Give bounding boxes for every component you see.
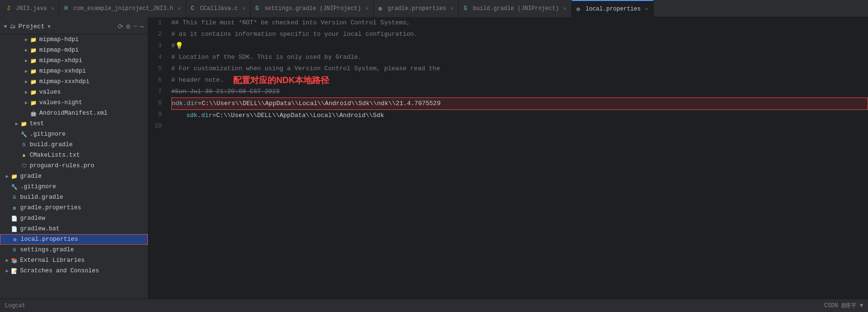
sidebar-item-mipmap-xxhdpi[interactable]: ▶ 📁 mipmap-xxhdpi xyxy=(0,66,148,76)
logcat-label[interactable]: Logcat xyxy=(5,302,25,309)
status-right-text: CSDN @路宇 ▼ xyxy=(824,302,863,309)
sidebar-item-mipmap-xhdpi[interactable]: ▶ 📁 mipmap-xhdpi xyxy=(0,55,148,66)
sidebar-item-values[interactable]: ▶ 📁 values xyxy=(0,87,148,97)
bottom-panel-right: CSDN @路宇 ▼ xyxy=(824,301,863,310)
sidebar-item-androidmanifest[interactable]: 🤖 AndroidManifest.xml xyxy=(0,108,148,118)
sidebar-item-proguard[interactable]: 🛡 proguard-rules.pro xyxy=(0,161,148,171)
gitignore-icon: 🔧 xyxy=(20,130,28,138)
code-text: #Sun Jul 30 21:20:08 CST 2023 xyxy=(171,86,279,97)
sidebar-item-label: mipmap-xxhdpi xyxy=(39,68,86,75)
sidebar-item-gitignore-root[interactable]: 🔧 .gitignore xyxy=(0,182,148,192)
expand-arrow: ▶ xyxy=(23,79,30,85)
sidebar-item-label: .gitignore xyxy=(30,131,66,138)
sidebar-item-label: gradle.properties xyxy=(20,204,81,211)
sidebar-item-label: test xyxy=(30,120,44,127)
gradle-file-icon: G xyxy=(20,141,28,149)
sidebar-item-external-libraries[interactable]: ▶ 📚 External Libraries xyxy=(0,255,148,266)
close-tab-jni3-h[interactable]: ✕ xyxy=(178,5,181,11)
settings-icon[interactable]: ⚙ xyxy=(126,22,130,31)
sidebar-item-mipmap-mdpi[interactable]: ▶ 📁 mipmap-mdpi xyxy=(0,45,148,55)
expand-arrow: ▶ xyxy=(4,173,11,179)
tab-settings-gradle[interactable]: G settings.gradle (JNIProject) ✕ xyxy=(251,0,374,17)
folder-icon: 📁 xyxy=(30,36,37,43)
sidebar-item-cmakelists[interactable]: ▲ CMakeLists.txt xyxy=(0,150,148,161)
close-tab-settings-gradle[interactable]: ✕ xyxy=(365,5,368,11)
code-text: ## This file must *NOT* be checked into … xyxy=(171,17,410,29)
close-tab-jni3-java[interactable]: ✕ xyxy=(51,5,55,11)
local-props-icon: ⚙ xyxy=(577,6,583,12)
code-lines[interactable]: ## This file must *NOT* be checked into … xyxy=(167,17,868,299)
tab-label: settings.gradle (JNIProject) xyxy=(265,5,361,12)
code-key: sdk.dir xyxy=(171,110,212,121)
expand-arrow: ▶ xyxy=(23,89,30,95)
more-icon[interactable]: ⋯ xyxy=(140,22,144,31)
c-file-icon: C xyxy=(191,5,198,12)
sidebar-item-gradlew[interactable]: 📄 gradlew xyxy=(0,213,148,224)
folder-icon: 📁 xyxy=(30,88,37,96)
expand-arrow: ▶ xyxy=(23,37,30,43)
folder-icon: 📁 xyxy=(20,120,28,128)
tab-bar: J JNI3.java ✕ H com_example_jniproject_J… xyxy=(0,0,868,17)
sidebar-item-label: CMakeLists.txt xyxy=(30,152,80,159)
tab-build-gradle[interactable]: G build.gradle (JNIProject) ✕ xyxy=(459,0,572,17)
code-text: # For customization when using a Version… xyxy=(171,63,440,75)
java-file-icon: J xyxy=(7,5,13,12)
project-expand-icon[interactable]: ▼ xyxy=(4,24,7,30)
sidebar-item-gradle-properties[interactable]: ⚙ gradle.properties xyxy=(0,203,148,213)
sidebar-item-gradlew-bat[interactable]: 📄 gradlew.bat xyxy=(0,224,148,234)
sidebar-item-build-gradle-root[interactable]: G build.gradle xyxy=(0,192,148,203)
sidebar-item-values-night[interactable]: ▶ 📁 values-night xyxy=(0,97,148,108)
external-icon: 📚 xyxy=(11,257,18,264)
code-value: =C:\\Users\\DELL\\AppData\\Local\\Androi… xyxy=(198,98,441,109)
tab-label: local.properties xyxy=(586,6,641,12)
tab-jni3-h[interactable]: H com_example_jniproject_JNI3.h ✕ xyxy=(59,0,186,17)
tab-label: CCallJava.c xyxy=(200,5,238,12)
tab-local-properties[interactable]: ⚙ local.properties ✕ xyxy=(572,0,654,17)
sidebar-item-settings-gradle-root[interactable]: G settings.gradle xyxy=(0,245,148,255)
project-title: Project xyxy=(19,23,45,30)
sidebar-item-test[interactable]: ▶ 📁 test xyxy=(0,118,148,129)
tab-label: gradle.properties xyxy=(388,5,446,12)
bottom-panel: Logcat CSDN @路宇 ▼ xyxy=(0,299,868,312)
sidebar-item-scratches[interactable]: ▶ 📝 Scratches and Consoles xyxy=(0,266,148,276)
sidebar-item-mipmap-xxxhdpi[interactable]: ▶ 📁 mipmap-xxxhdpi xyxy=(0,76,148,87)
project-dropdown-icon[interactable]: ▼ xyxy=(47,24,51,30)
close-tab-local-properties[interactable]: ✕ xyxy=(645,6,648,12)
sidebar-item-label: values-night xyxy=(39,99,82,106)
tab-gradle-props[interactable]: ⚙ gradle.properties ✕ xyxy=(374,0,459,17)
sidebar-item-label: gradlew xyxy=(20,215,45,222)
gradlew-bat-icon: 📄 xyxy=(11,225,18,233)
sidebar-item-label: mipmap-mdpi xyxy=(39,47,79,54)
tab-label: build.gradle (JNIProject) xyxy=(473,5,559,12)
code-line-10 xyxy=(171,121,868,133)
code-line-1: ## This file must *NOT* be checked into … xyxy=(171,17,868,29)
sidebar-item-local-properties[interactable]: ⚙ local.properties xyxy=(0,234,148,245)
code-container[interactable]: 1 2 3 4 5 6 7 8 9 10 ## This file must *… xyxy=(148,17,868,299)
code-text: # xyxy=(171,40,175,52)
folder-icon: 📁 xyxy=(30,46,37,54)
sync-icon[interactable]: ⟳ xyxy=(118,22,123,31)
folder-icon: 📁 xyxy=(11,172,18,180)
code-text: # Location of the SDK. This is only used… xyxy=(171,52,362,63)
gradlew-icon: 📄 xyxy=(11,215,18,222)
sidebar-item-gitignore-app[interactable]: 🔧 .gitignore xyxy=(0,129,148,140)
sidebar-item-label: gradlew.bat xyxy=(20,226,60,232)
sidebar-item-label: mipmap-xxxhdpi xyxy=(39,78,89,85)
tab-ccalljava[interactable]: C CCallJava.c ✕ xyxy=(186,0,251,17)
sidebar-item-build-gradle-app[interactable]: G build.gradle xyxy=(0,140,148,150)
close-tab-ccalljava[interactable]: ✕ xyxy=(242,5,245,11)
cmake-icon: ▲ xyxy=(20,151,28,159)
gitignore-root-icon: 🔧 xyxy=(11,183,18,191)
sidebar-item-label: gradle xyxy=(20,173,42,180)
xml-icon: 🤖 xyxy=(30,109,37,117)
minus-icon[interactable]: − xyxy=(133,22,137,31)
project-header: ▼ 🗂 Project ▼ ⟳ ⚙ − ⋯ xyxy=(0,19,148,34)
close-tab-gradle-props[interactable]: ✕ xyxy=(450,5,454,11)
close-tab-build-gradle[interactable]: ✕ xyxy=(563,5,567,11)
scratches-icon: 📝 xyxy=(11,267,18,275)
line-numbers: 1 2 3 4 5 6 7 8 9 10 xyxy=(148,17,167,299)
folder-icon: 📁 xyxy=(30,57,37,65)
tab-jni3-java[interactable]: J JNI3.java ✕ xyxy=(2,0,59,17)
sidebar-item-mipmap-hdpi[interactable]: ▶ 📁 mipmap-hdpi xyxy=(0,34,148,45)
sidebar-item-gradle-folder[interactable]: ▶ 📁 gradle xyxy=(0,171,148,182)
